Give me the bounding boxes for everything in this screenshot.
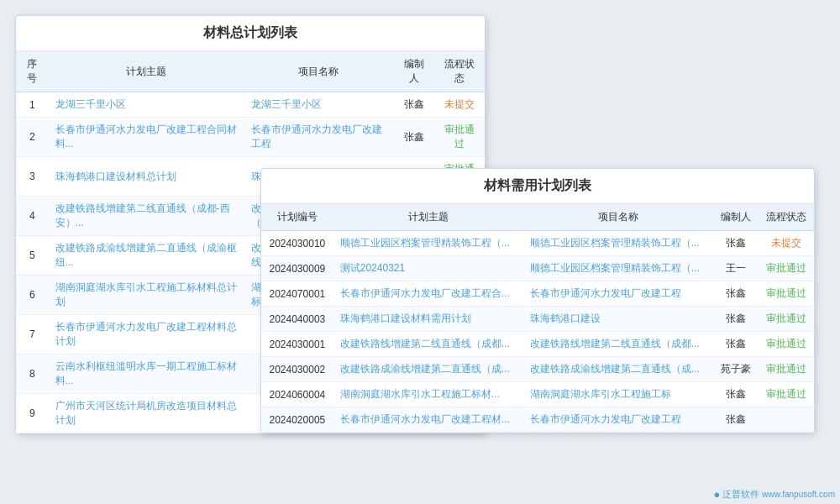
- cell-editor: 张鑫: [713, 332, 759, 357]
- cell-plan-id: 2024020005: [261, 407, 333, 433]
- panel-secondary-title: 材料需用计划列表: [261, 169, 814, 204]
- brand-url: www.fanpusoft.com: [762, 490, 835, 499]
- col-header-theme: 计划主题: [49, 51, 244, 92]
- cell-theme[interactable]: 湖南洞庭湖水库引水工程施工标材...: [333, 382, 523, 407]
- cell-theme[interactable]: 改建铁路线增建第二线直通线（成都-西安）...: [49, 197, 244, 236]
- table-row[interactable]: 1 龙湖三千里小区 龙湖三千里小区 张鑫 未提交: [16, 92, 485, 118]
- cell-theme[interactable]: 长春市伊通河水力发电厂改建工程材...: [333, 407, 523, 433]
- cell-project[interactable]: 长春市伊通河水力发电厂改建工程: [244, 118, 393, 157]
- col2-header-status: 流程状态: [759, 204, 814, 231]
- table-row[interactable]: 2 长春市伊通河水力发电厂改建工程合同材料... 长春市伊通河水力发电厂改建工程…: [16, 118, 485, 157]
- cell-editor: 张鑫: [393, 118, 434, 157]
- cell-plan-id: 2024060004: [261, 382, 333, 407]
- cell-theme[interactable]: 长春市伊通河水力发电厂改建工程合同材料...: [49, 118, 244, 157]
- col2-header-id: 计划编号: [261, 204, 333, 231]
- cell-id: 6: [16, 276, 49, 315]
- cell-id: 2: [16, 118, 49, 157]
- cell-editor: 张鑫: [713, 307, 759, 332]
- cell-id: 5: [16, 236, 49, 276]
- table-row[interactable]: 2024030010 顺德工业园区档案管理精装饰工程（... 顺德工业园区档案管…: [261, 231, 814, 256]
- col-header-id: 序号: [16, 51, 49, 92]
- col-header-status: 流程状态: [434, 51, 485, 92]
- table-row[interactable]: 2024030009 测试20240321 顺德工业园区档案管理精装饰工程（..…: [261, 256, 814, 281]
- cell-theme[interactable]: 珠海鹤港口建设材料需用计划: [333, 307, 523, 332]
- cell-theme[interactable]: 改建铁路成渝线增建第二直通线（成渝枢纽...: [49, 236, 244, 276]
- cell-id: 3: [16, 157, 49, 197]
- cell-status: 审批通过: [759, 281, 814, 307]
- cell-theme[interactable]: 湖南洞庭湖水库引水工程施工标材料总计划: [49, 276, 244, 315]
- cell-id: 1: [16, 92, 49, 118]
- cell-id: 9: [16, 394, 49, 433]
- cell-status: 审批通过: [759, 382, 814, 407]
- col-header-editor: 编制人: [393, 51, 434, 92]
- panel-material-need: 材料需用计划列表 计划编号 计划主题 项目名称 编制人 流程状态 2024030…: [260, 168, 815, 433]
- col2-header-theme: 计划主题: [333, 204, 523, 231]
- table-row[interactable]: 2024030002 改建铁路成渝线增建第二直通线（成... 改建铁路成渝线增建…: [261, 357, 814, 382]
- cell-editor: 张鑫: [713, 281, 759, 307]
- cell-id: 4: [16, 197, 49, 236]
- table-row[interactable]: 2024070001 长春市伊通河水力发电厂改建工程合... 长春市伊通河水力发…: [261, 281, 814, 307]
- cell-project[interactable]: 长春市伊通河水力发电厂改建工程: [523, 407, 713, 433]
- cell-status: [759, 407, 814, 433]
- cell-project[interactable]: 珠海鹤港口建设: [523, 307, 713, 332]
- panel-main-title: 材料总计划列表: [16, 16, 485, 51]
- cell-project[interactable]: 顺德工业园区档案管理精装饰工程（...: [523, 231, 713, 256]
- cell-plan-id: 2024030009: [261, 256, 333, 281]
- cell-theme[interactable]: 顺德工业园区档案管理精装饰工程（...: [333, 231, 523, 256]
- cell-editor: 苑子豪: [713, 357, 759, 382]
- brand-watermark: ● 泛普软件 www.fanpusoft.com: [713, 488, 835, 501]
- material-need-table: 计划编号 计划主题 项目名称 编制人 流程状态 2024030010 顺德工业园…: [261, 204, 814, 433]
- cell-status: 审批通过: [759, 256, 814, 281]
- cell-status: 审批通过: [759, 357, 814, 382]
- cell-editor: 张鑫: [713, 382, 759, 407]
- col2-header-editor: 编制人: [713, 204, 759, 231]
- cell-theme[interactable]: 长春市伊通河水力发电厂改建工程合...: [333, 281, 523, 307]
- cell-project[interactable]: 改建铁路线增建第二线直通线（成都...: [523, 332, 713, 357]
- cell-project[interactable]: 改建铁路成渝线增建第二直通线（成...: [523, 357, 713, 382]
- table-row[interactable]: 2024020005 长春市伊通河水力发电厂改建工程材... 长春市伊通河水力发…: [261, 407, 814, 433]
- cell-project[interactable]: 湖南洞庭湖水库引水工程施工标: [523, 382, 713, 407]
- cell-plan-id: 2024030010: [261, 231, 333, 256]
- cell-theme[interactable]: 龙湖三千里小区: [49, 92, 244, 118]
- table-row[interactable]: 2024030001 改建铁路线增建第二线直通线（成都... 改建铁路线增建第二…: [261, 332, 814, 357]
- cell-editor: 张鑫: [713, 407, 759, 433]
- brand-name: 泛普软件: [722, 488, 759, 501]
- brand-icon: ●: [713, 488, 720, 501]
- cell-plan-id: 2024030001: [261, 332, 333, 357]
- cell-theme[interactable]: 长春市伊通河水力发电厂改建工程材料总计划: [49, 315, 244, 354]
- cell-theme[interactable]: 广州市天河区统计局机房改造项目材料总计划: [49, 394, 244, 433]
- cell-theme[interactable]: 珠海鹤港口建设材料总计划: [49, 157, 244, 197]
- cell-editor: 张鑫: [713, 231, 759, 256]
- cell-project[interactable]: 长春市伊通河水力发电厂改建工程: [523, 281, 713, 307]
- cell-id: 8: [16, 354, 49, 394]
- table-row[interactable]: 2024060004 湖南洞庭湖水库引水工程施工标材... 湖南洞庭湖水库引水工…: [261, 382, 814, 407]
- col-header-project: 项目名称: [244, 51, 393, 92]
- cell-status: 审批通过: [759, 307, 814, 332]
- table-header-row-2: 计划编号 计划主题 项目名称 编制人 流程状态: [261, 204, 814, 231]
- cell-project[interactable]: 龙湖三千里小区: [244, 92, 393, 118]
- cell-plan-id: 2024030002: [261, 357, 333, 382]
- table-header-row: 序号 计划主题 项目名称 编制人 流程状态: [16, 51, 485, 92]
- cell-status: 审批通过: [759, 332, 814, 357]
- cell-plan-id: 2024040003: [261, 307, 333, 332]
- cell-status: 未提交: [434, 92, 485, 118]
- cell-project[interactable]: 顺德工业园区档案管理精装饰工程（...: [523, 256, 713, 281]
- cell-editor: 张鑫: [393, 92, 434, 118]
- cell-theme[interactable]: 改建铁路成渝线增建第二直通线（成...: [333, 357, 523, 382]
- col2-header-project: 项目名称: [523, 204, 713, 231]
- cell-status: 审批通过: [434, 118, 485, 157]
- cell-theme[interactable]: 云南水利枢纽滥明水库一期工程施工标材料...: [49, 354, 244, 394]
- cell-theme[interactable]: 测试20240321: [333, 256, 523, 281]
- table-row[interactable]: 2024040003 珠海鹤港口建设材料需用计划 珠海鹤港口建设 张鑫 审批通过: [261, 307, 814, 332]
- cell-status: 未提交: [759, 231, 814, 256]
- cell-editor: 王一: [713, 256, 759, 281]
- cell-theme[interactable]: 改建铁路线增建第二线直通线（成都...: [333, 332, 523, 357]
- cell-id: 7: [16, 315, 49, 354]
- cell-plan-id: 2024070001: [261, 281, 333, 307]
